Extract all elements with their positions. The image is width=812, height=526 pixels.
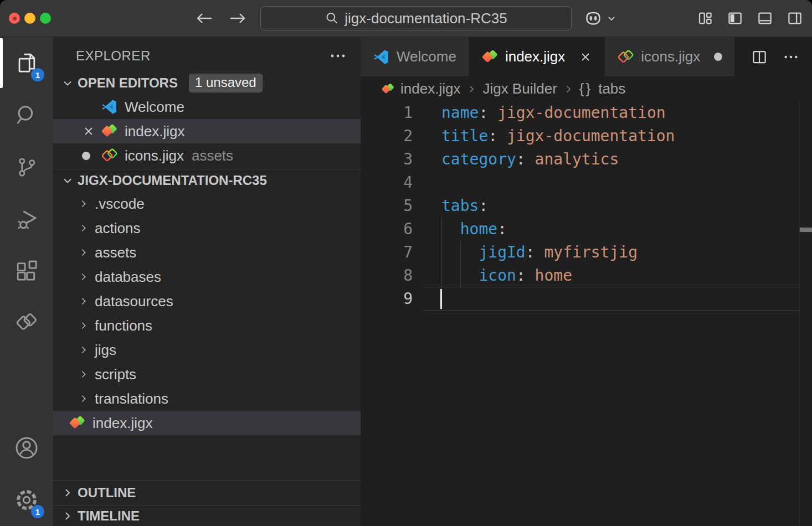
close-editor-button[interactable] xyxy=(82,125,101,138)
jigx-file-icon xyxy=(381,82,394,96)
unsaved-document-dot xyxy=(13,17,17,20)
file-label: index.jigx xyxy=(92,415,152,432)
breadcrumb-item[interactable]: tabs xyxy=(598,80,625,97)
breadcrumb-item[interactable]: Jigx Builder xyxy=(482,80,557,97)
chevron-right-icon xyxy=(78,368,90,380)
line-content: icon: home xyxy=(441,264,812,287)
code-line-8[interactable]: 8 icon: home xyxy=(361,264,812,287)
tree-folder-assets[interactable]: assets xyxy=(53,240,361,265)
line-content: jigId: myfirstjig xyxy=(441,241,812,264)
toggle-secondary-sidebar-button[interactable] xyxy=(787,10,803,27)
toggle-primary-sidebar-button[interactable] xyxy=(727,10,743,27)
line-number: 8 xyxy=(361,264,413,287)
overview-ruler-border xyxy=(799,101,800,526)
breadcrumb-separator-icon xyxy=(563,84,573,94)
folder-label: .vscode xyxy=(95,195,145,213)
tree-folder-datasources[interactable]: datasources xyxy=(53,289,361,313)
line-content xyxy=(441,287,812,311)
copilot-button[interactable] xyxy=(583,8,616,28)
folder-label: scripts xyxy=(95,366,136,383)
indent-guide xyxy=(441,218,442,241)
line-content: tabs: xyxy=(441,194,812,218)
folder-label: datasources xyxy=(95,293,173,310)
outline-label: OUTLINE xyxy=(78,485,136,501)
tree-folder--vscode[interactable]: .vscode xyxy=(53,192,361,216)
copilot-icon xyxy=(583,8,603,28)
search-icon xyxy=(14,102,39,128)
code-line-6[interactable]: 6 home: xyxy=(361,218,812,241)
back-button[interactable] xyxy=(195,11,214,26)
open-editors-label: OPEN EDITORS xyxy=(78,75,178,91)
activity-jigx[interactable] xyxy=(0,297,53,349)
code-line-7[interactable]: 7 jigId: myfirstjig xyxy=(361,241,812,264)
explorer-sidebar: EXPLORER OPEN EDITORS 1 unsaved Welcome … xyxy=(53,37,361,526)
open-editor-item-welcome[interactable]: Welcome xyxy=(53,95,361,119)
line-number: 5 xyxy=(361,194,413,218)
timeline-label: TIMELINE xyxy=(78,508,140,524)
views-more-actions-button[interactable] xyxy=(330,53,346,59)
activity-search[interactable] xyxy=(0,89,53,141)
command-center-search[interactable]: jigx-documentation-RC35 xyxy=(260,6,572,30)
folder-label: functions xyxy=(95,317,152,334)
code-line-1[interactable]: 1name: jigx-documentation xyxy=(361,101,812,125)
chevron-right-icon xyxy=(78,295,90,307)
activity-settings[interactable]: 1 xyxy=(0,474,53,526)
forward-button[interactable] xyxy=(228,11,247,26)
tree-folder-actions[interactable]: actions xyxy=(53,216,361,240)
code-editor[interactable]: 1name: jigx-documentation2title: jigx-do… xyxy=(361,101,812,526)
activity-explorer[interactable]: 1 xyxy=(0,37,53,89)
code-line-3[interactable]: 3category: analytics xyxy=(361,148,812,171)
chevron-right-icon xyxy=(78,271,90,283)
breadcrumb-item[interactable]: index.jigx xyxy=(400,80,460,97)
tab-modified-indicator[interactable] xyxy=(714,53,722,61)
open-editors-section-header[interactable]: OPEN EDITORS 1 unsaved xyxy=(53,71,361,95)
line-number: 7 xyxy=(361,241,413,264)
folder-label: assets xyxy=(95,244,136,261)
vscode-icon xyxy=(101,99,117,115)
sidebar-title: EXPLORER xyxy=(76,48,151,64)
tree-folder-databases[interactable]: databases xyxy=(53,265,361,289)
activity-run-and-debug[interactable] xyxy=(0,193,53,245)
tab-icons-jigx[interactable]: icons.jigx xyxy=(605,37,735,76)
timeline-section-header[interactable]: TIMELINE xyxy=(53,505,361,526)
code-line-9[interactable]: 9 xyxy=(361,287,812,311)
toggle-panel-button[interactable] xyxy=(757,10,773,27)
traffic-lights xyxy=(9,0,51,37)
open-editor-item-icons-jigx[interactable]: icons.jigxassets xyxy=(53,143,361,168)
scrollbar-thumb[interactable] xyxy=(800,228,812,232)
tab-welcome[interactable]: Welcome xyxy=(361,37,469,76)
tree-folder-scripts[interactable]: scripts xyxy=(53,362,361,386)
split-editor-button[interactable] xyxy=(751,49,768,65)
outline-section-header[interactable]: OUTLINE xyxy=(53,480,361,505)
tree-folder-jigs[interactable]: jigs xyxy=(53,338,361,362)
code-line-4[interactable]: 4 xyxy=(361,171,812,194)
line-content: title: jigx-documentation xyxy=(441,125,812,148)
breadcrumb-separator-icon xyxy=(466,84,476,94)
activity-extensions[interactable] xyxy=(0,245,53,297)
close-window-button[interactable] xyxy=(9,13,20,24)
chevron-down-icon xyxy=(607,14,616,22)
code-line-2[interactable]: 2title: jigx-documentation xyxy=(361,125,812,148)
line-number: 2 xyxy=(361,125,413,148)
workspace-section-header[interactable]: JIGX-DOCUMENTATION-RC35 xyxy=(53,169,361,192)
minimize-window-button[interactable] xyxy=(24,13,35,24)
activity-accounts[interactable] xyxy=(0,422,53,474)
tree-folder-functions[interactable]: functions xyxy=(53,313,361,338)
activity-source-control[interactable] xyxy=(0,141,53,193)
open-editor-item-index-jigx[interactable]: index.jigx xyxy=(53,119,361,143)
customize-layout-button[interactable] xyxy=(697,10,713,27)
tree-folder-translations[interactable]: translations xyxy=(53,386,361,411)
modified-indicator[interactable] xyxy=(82,152,101,160)
search-icon xyxy=(325,11,339,25)
code-line-5[interactable]: 5tabs: xyxy=(361,194,812,218)
object-symbol-icon: {} xyxy=(579,80,592,97)
editor-more-actions-button[interactable] xyxy=(783,54,799,60)
editor-group: Welcome index.jigx icons.jigx index.jigx… xyxy=(361,37,812,526)
folder-label: translations xyxy=(95,390,168,408)
line-number: 6 xyxy=(361,218,413,241)
indent-guide xyxy=(441,241,442,264)
fullscreen-window-button[interactable] xyxy=(40,13,51,24)
close-tab-button[interactable] xyxy=(579,50,592,64)
tab-index-jigx[interactable]: index.jigx xyxy=(469,37,605,76)
tree-file-index-jigx[interactable]: index.jigx xyxy=(53,411,361,435)
